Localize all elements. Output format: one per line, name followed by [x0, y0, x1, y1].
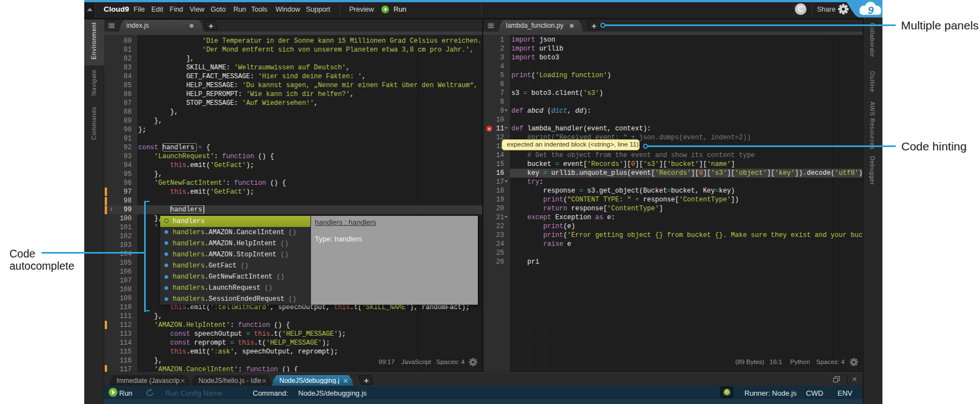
svg-text:9: 9 [867, 4, 874, 16]
